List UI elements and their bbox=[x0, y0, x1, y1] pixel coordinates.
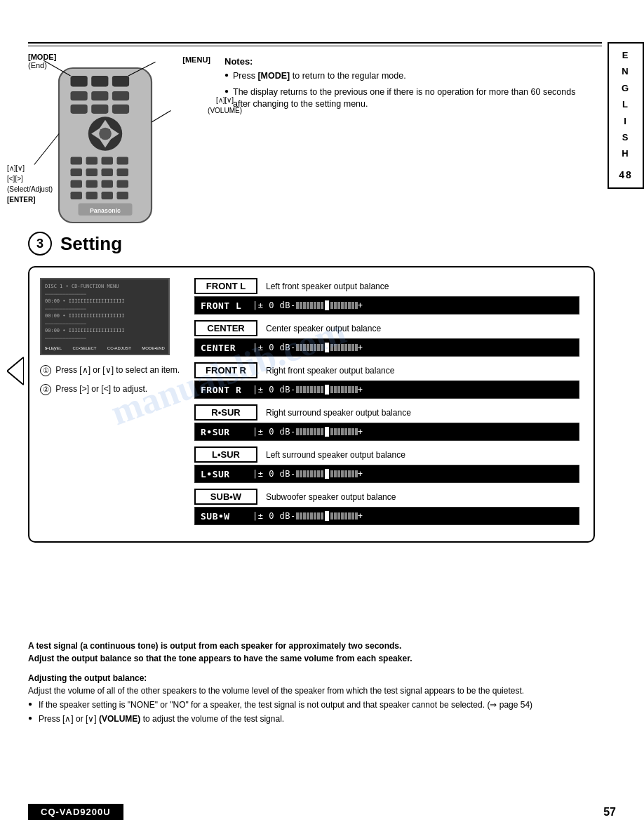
bullet-item-2: Press [∧] or [∨] (VOLUME) to adjust the … bbox=[28, 713, 595, 725]
speaker-row-r-sur: R•SUR Right surround speaker output bala… bbox=[194, 404, 579, 441]
notes-title: Notes: bbox=[224, 56, 595, 67]
content-box: DISC 1 • CD-FUNCTION MENU ——————————————… bbox=[28, 266, 595, 543]
label-menu: [MENU] bbox=[182, 55, 210, 64]
adjusting-heading: Adjusting the output balance: bbox=[28, 672, 595, 684]
speaker-btn-front-l: FRONT L bbox=[194, 278, 257, 294]
right-column: FRONT L Left front speaker output balanc… bbox=[194, 278, 579, 531]
tab-page-number: 48 bbox=[611, 166, 640, 184]
svg-rect-9 bbox=[112, 105, 129, 114]
svg-line-37 bbox=[152, 111, 171, 123]
speaker-row-sub-w: SUB•W Subwoofer speaker output balance S… bbox=[194, 489, 579, 525]
instruction-1: ① Press [∧] or [∨] to select an item. bbox=[40, 364, 180, 377]
svg-rect-31 bbox=[117, 192, 129, 199]
svg-rect-16 bbox=[71, 157, 83, 165]
speaker-desc-sub-w: Subwoofer speaker output balance bbox=[266, 492, 396, 502]
speaker-desc-l-sur: Left surround speaker output balance bbox=[266, 450, 405, 460]
svg-rect-23 bbox=[117, 168, 129, 176]
svg-rect-7 bbox=[71, 105, 88, 114]
language-tab: E N G L I S H 48 bbox=[608, 42, 644, 189]
svg-rect-17 bbox=[86, 157, 98, 165]
speaker-desc-front-r: Right front speaker output balance bbox=[266, 366, 394, 376]
bullet-item-1: If the speaker setting is "NONE" or "NO"… bbox=[28, 699, 595, 711]
bottom-section: Adjusting the output balance: Adjust the… bbox=[28, 672, 595, 725]
display-screen: DISC 1 • CD-FUNCTION MENU ——————————————… bbox=[40, 278, 170, 355]
speaker-row-front-r: FRONT R Right front speaker output balan… bbox=[194, 362, 579, 399]
left-column: DISC 1 • CD-FUNCTION MENU ——————————————… bbox=[40, 278, 180, 531]
tab-letter-l: L bbox=[611, 96, 640, 112]
svg-rect-4 bbox=[71, 91, 88, 100]
left-arrow bbox=[7, 357, 24, 388]
tab-letter-i: I bbox=[611, 113, 640, 129]
svg-rect-3 bbox=[112, 76, 129, 86]
svg-rect-28 bbox=[71, 192, 83, 199]
tab-letter-h: H bbox=[611, 145, 640, 161]
svg-rect-20 bbox=[71, 168, 83, 176]
note-item-2: The display returns to the previous one … bbox=[224, 86, 595, 111]
svg-rect-30 bbox=[102, 192, 114, 199]
tab-letter-e: E bbox=[611, 47, 640, 63]
notes-area: Notes: Press [MODE] to return to the reg… bbox=[224, 53, 595, 114]
top-border-thick bbox=[28, 42, 602, 44]
setting-section: 3 Setting DISC 1 • CD-FUNCTION MENU ————… bbox=[28, 232, 595, 543]
display-content: DISC 1 • CD-FUNCTION MENU ——————————————… bbox=[41, 279, 168, 355]
svg-rect-2 bbox=[91, 76, 108, 86]
notes-list: Press [MODE] to return to the regular mo… bbox=[224, 70, 595, 111]
note-item-1: Press [MODE] to return to the regular mo… bbox=[224, 70, 595, 83]
tab-letter-s: S bbox=[611, 129, 640, 145]
remote-section: Panasonic [MODE] (End) [MENU] [∧][∨] [<]… bbox=[28, 53, 595, 240]
svg-rect-27 bbox=[117, 180, 129, 188]
svg-rect-24 bbox=[71, 180, 83, 188]
svg-rect-19 bbox=[117, 157, 129, 165]
speaker-desc-front-l: Left front speaker output balance bbox=[266, 282, 389, 291]
speaker-display-r-sur: R•SUR |± 0 dB- bbox=[194, 423, 579, 441]
tab-letter-n: N bbox=[611, 63, 640, 79]
speaker-desc-center: Center speaker output balance bbox=[266, 324, 381, 333]
speaker-btn-l-sur: L•SUR bbox=[194, 446, 257, 463]
svg-rect-21 bbox=[86, 168, 98, 176]
speaker-desc-r-sur: Right surround speaker output balance bbox=[266, 408, 411, 418]
bottom-main-bold: A test signal (a continuous tone) is out… bbox=[28, 640, 595, 665]
svg-text:Panasonic: Panasonic bbox=[90, 207, 121, 214]
bottom-text: A test signal (a continuous tone) is out… bbox=[28, 640, 595, 725]
tab-letter-g: G bbox=[611, 80, 640, 96]
footer-page: 57 bbox=[603, 806, 616, 819]
svg-rect-25 bbox=[86, 180, 98, 188]
adjusting-body: Adjust the volume of all of the other sp… bbox=[28, 684, 595, 697]
display-bottom-bar: 5•LEVEL CC•SELECT CC•ADJUST MODE•END bbox=[41, 346, 168, 350]
speaker-row-center: CENTER Center speaker output balance CEN… bbox=[194, 320, 579, 357]
svg-rect-5 bbox=[91, 91, 108, 100]
svg-rect-29 bbox=[86, 192, 98, 199]
svg-rect-26 bbox=[102, 180, 114, 188]
setting-label: Setting bbox=[60, 233, 122, 255]
speaker-display-l-sur: L•SUR |± 0 dB- bbox=[194, 465, 579, 483]
speaker-btn-sub-w: SUB•W bbox=[194, 489, 257, 505]
label-mode: [MODE] (End) bbox=[28, 53, 56, 70]
setting-circle-num: 3 bbox=[28, 232, 52, 256]
speaker-row-l-sur: L•SUR Left surround speaker output balan… bbox=[194, 446, 579, 483]
svg-rect-1 bbox=[71, 76, 88, 86]
speaker-display-front-r: FRONT R |± 0 dB- bbox=[194, 380, 579, 399]
speaker-btn-r-sur: R•SUR bbox=[194, 404, 257, 421]
instruction-2: ② Press [>] or [<] to adjust. bbox=[40, 383, 180, 396]
footer: CQ-VAD9200U 57 bbox=[28, 804, 616, 820]
speaker-display-sub-w: SUB•W |± 0 dB- bbox=[194, 507, 579, 525]
speaker-row-front-l: FRONT L Left front speaker output balanc… bbox=[194, 278, 579, 315]
label-nav: [∧][∨] [<][>] (Select/Adjust) [ENTER] bbox=[7, 163, 53, 205]
svg-rect-8 bbox=[91, 105, 108, 114]
svg-rect-6 bbox=[112, 91, 129, 100]
remote-svg: Panasonic bbox=[28, 53, 182, 238]
footer-model: CQ-VAD9200U bbox=[28, 804, 123, 820]
speaker-display-front-l: FRONT L |± 0 dB- bbox=[194, 296, 579, 315]
svg-line-36 bbox=[34, 134, 59, 165]
speaker-btn-center: CENTER bbox=[194, 320, 257, 336]
svg-marker-38 bbox=[7, 357, 24, 385]
instructions: ① Press [∧] or [∨] to select an item. ② … bbox=[40, 364, 180, 396]
speaker-btn-front-r: FRONT R bbox=[194, 362, 257, 378]
arrow-icon bbox=[7, 357, 24, 385]
svg-point-15 bbox=[99, 128, 112, 140]
top-border-thin bbox=[28, 46, 602, 46]
speaker-display-center: CENTER |± 0 dB- bbox=[194, 338, 579, 357]
setting-title: 3 Setting bbox=[28, 232, 595, 256]
svg-rect-22 bbox=[102, 168, 114, 176]
svg-rect-18 bbox=[102, 157, 114, 165]
